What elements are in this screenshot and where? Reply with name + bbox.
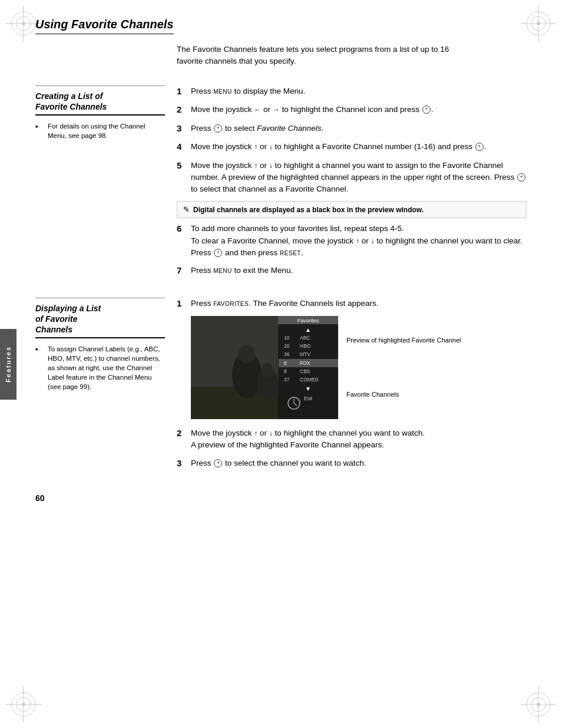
note-text-2: To assign Channel Labels (e.g., ABC, HBO… bbox=[48, 344, 165, 391]
svg-text:▲: ▲ bbox=[305, 327, 311, 333]
favorites-label-text: Favorite Channels bbox=[346, 390, 461, 399]
tv-photo: Favorites ▲ 10 ABC 20 HBO 36 MTV bbox=[191, 316, 338, 419]
step-2: 2 Move the joystick ← or → to highlight … bbox=[177, 104, 527, 117]
svg-point-31 bbox=[537, 703, 540, 706]
svg-text:FOX: FOX bbox=[300, 360, 310, 366]
section-creating: Creating a List of Favorite Channels ▪ F… bbox=[35, 85, 527, 284]
section-creating-note: ▪ For details on using the Channel Menu,… bbox=[35, 121, 165, 140]
section-creating-left: Creating a List of Favorite Channels ▪ F… bbox=[35, 85, 177, 284]
corner-decoration-bl bbox=[6, 687, 41, 722]
display-step-1: 1 Press FAVORITES. The Favorite Channels… bbox=[177, 298, 527, 311]
step-7: 7 Press MENU to exit the Menu. bbox=[177, 265, 527, 278]
step-6: 6 To add more channels to your favorites… bbox=[177, 223, 527, 259]
svg-text:6: 6 bbox=[284, 360, 287, 366]
tv-screen: Favorites ▲ 10 ABC 20 HBO 36 MTV bbox=[191, 316, 338, 419]
section-displaying-right: 1 Press FAVORITES. The Favorite Channels… bbox=[177, 298, 527, 476]
display-step-2: 2 Move the joystick ↑ or ↓ to highlight … bbox=[177, 427, 527, 452]
step-3: 3 Press to select Favorite Channels. bbox=[177, 123, 527, 136]
corner-decoration-br bbox=[521, 687, 556, 722]
step-1: 1 Press MENU to display the Menu. bbox=[177, 85, 527, 98]
svg-text:COMED: COMED bbox=[300, 377, 319, 383]
svg-text:Favorites: Favorites bbox=[297, 318, 319, 324]
page-title: Using Favorite Channels bbox=[35, 18, 174, 34]
page-content: Using Favorite Channels The Favorite Cha… bbox=[0, 0, 562, 526]
section-creating-heading: Creating a List of Favorite Channels bbox=[35, 91, 165, 116]
step-4: 4 Move the joystick ↑ or ↓ to highlight … bbox=[177, 141, 527, 154]
svg-text:CBS: CBS bbox=[300, 368, 310, 374]
favorites-label: Favorite Channels bbox=[346, 390, 461, 399]
section-displaying: Displaying a List of Favorite Channels ▪… bbox=[35, 298, 527, 476]
svg-text:20: 20 bbox=[284, 343, 290, 349]
note-text: For details on using the Channel Menu, s… bbox=[48, 121, 165, 140]
page-number: 60 bbox=[35, 493, 527, 503]
svg-text:MTV: MTV bbox=[300, 351, 310, 357]
section-displaying-note: ▪ To assign Channel Labels (e.g., ABC, H… bbox=[35, 344, 165, 391]
svg-text:37: 37 bbox=[284, 377, 290, 383]
image-labels: Preview of highlighted Favorite Channel … bbox=[346, 316, 461, 419]
warning-box: ✎ Digital channels are displayed as a bl… bbox=[177, 201, 527, 218]
note-icon-2: ▪ bbox=[35, 344, 45, 391]
favorites-image-container: Favorites ▲ 10 ABC 20 HBO 36 MTV bbox=[191, 316, 527, 419]
step-5: 5 Move the joystick ↑ or ↓ to highlight … bbox=[177, 160, 527, 196]
svg-text:▼: ▼ bbox=[305, 386, 311, 392]
svg-text:ABC: ABC bbox=[300, 335, 310, 341]
intro-text: The Favorite Channels feature lets you s… bbox=[177, 44, 459, 68]
tv-image: Favorites ▲ 10 ABC 20 HBO 36 MTV bbox=[191, 316, 338, 419]
section-creating-steps: 1 Press MENU to display the Menu. 2 Move… bbox=[177, 85, 527, 284]
section-divider bbox=[35, 85, 165, 86]
svg-text:HBO: HBO bbox=[300, 343, 311, 349]
pencil-icon: ✎ bbox=[183, 205, 190, 214]
section2-divider bbox=[35, 298, 165, 298]
display-step-3: 3 Press to select the channel you want t… bbox=[177, 457, 527, 470]
section-displaying-left: Displaying a List of Favorite Channels ▪… bbox=[35, 298, 177, 476]
warning-text: Digital channels are displayed as a blac… bbox=[193, 206, 424, 214]
svg-text:Exit: Exit bbox=[304, 396, 313, 401]
section-displaying-heading: Displaying a List of Favorite Channels bbox=[35, 303, 165, 339]
preview-label-text: Preview of highlighted Favorite Channel bbox=[346, 336, 461, 345]
svg-text:8: 8 bbox=[284, 368, 287, 374]
svg-text:36: 36 bbox=[284, 351, 290, 357]
svg-text:10: 10 bbox=[284, 335, 290, 341]
note-icon: ▪ bbox=[35, 121, 45, 140]
svg-point-22 bbox=[22, 703, 25, 706]
preview-label: Preview of highlighted Favorite Channel bbox=[346, 336, 461, 345]
